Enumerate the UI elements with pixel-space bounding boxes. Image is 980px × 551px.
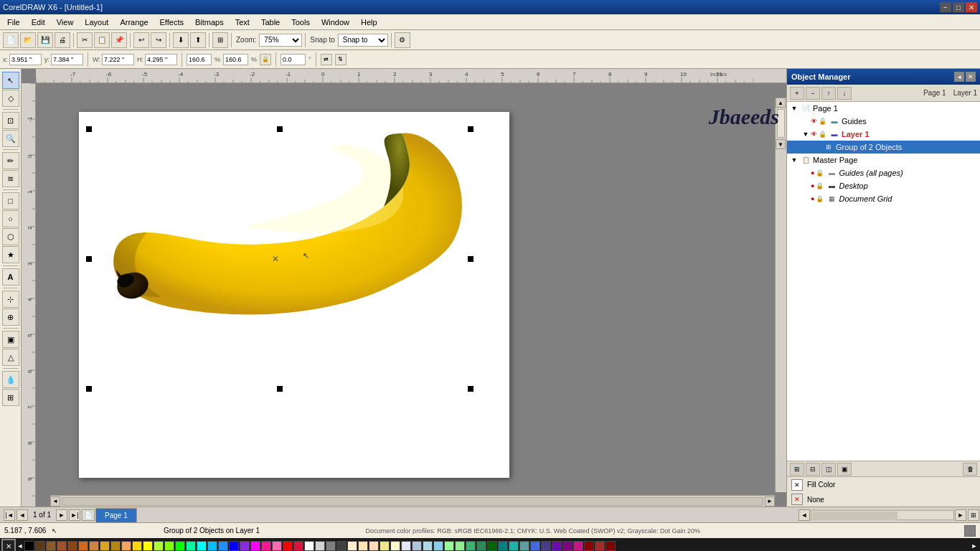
w-percent-input[interactable]	[187, 54, 212, 65]
obj-btn3[interactable]: ◫	[821, 463, 836, 476]
palette-color-swatch[interactable]	[110, 541, 121, 551]
page-first-btn[interactable]: |◄	[4, 509, 15, 521]
page-prev-btn[interactable]: ◄	[17, 509, 28, 521]
palette-color-swatch[interactable]	[584, 541, 594, 551]
menu-edit[interactable]: Edit	[26, 17, 51, 28]
palette-color-swatch[interactable]	[143, 541, 153, 551]
palette-color-swatch[interactable]	[519, 541, 529, 551]
shape-tool-btn[interactable]: ◇	[2, 90, 19, 107]
palette-color-swatch[interactable]	[390, 541, 400, 551]
redo-btn[interactable]: ↪	[151, 32, 166, 48]
obj-new-layer-btn[interactable]: +	[790, 87, 804, 100]
menu-bitmaps[interactable]: Bitmaps	[189, 17, 230, 28]
palette-color-swatch[interactable]	[250, 541, 260, 551]
page-last-btn[interactable]: ►|	[69, 509, 80, 521]
hscroll-left-btn[interactable]: ◄	[50, 496, 60, 507]
fill-tool-btn[interactable]: ▣	[2, 331, 19, 348]
palette-color-swatch[interactable]	[498, 541, 508, 551]
guides-lock-icon[interactable]: 🔒	[819, 118, 826, 125]
fill-color-swatch[interactable]: ✕	[791, 479, 803, 491]
none-swatch[interactable]: ✕	[791, 494, 803, 505]
expand-page1[interactable]: ▼	[790, 104, 798, 113]
menu-table[interactable]: Table	[255, 17, 286, 28]
new-btn[interactable]: 📄	[3, 32, 19, 48]
palette-color-swatch[interactable]	[67, 541, 77, 551]
menu-effects[interactable]: Effects	[154, 17, 189, 28]
guides-all-lock-icon[interactable]: 🔒	[816, 169, 824, 176]
zoom-select[interactable]: 75% 50% 100%	[259, 34, 302, 47]
expand-master[interactable]: ▼	[790, 156, 798, 164]
h-percent-input[interactable]	[223, 54, 248, 65]
hscroll-btn[interactable]: ◄	[798, 509, 810, 521]
tree-guides-all[interactable]: ● 🔒 ▬ Guides (all pages)	[787, 166, 980, 179]
palette-color-swatch[interactable]	[347, 541, 357, 551]
palette-color-swatch[interactable]	[573, 541, 583, 551]
palette-color-swatch[interactable]	[509, 541, 519, 551]
doc-grid-lock-icon[interactable]: 🔒	[816, 195, 824, 202]
palette-color-swatch[interactable]	[541, 541, 551, 551]
angle-input[interactable]	[281, 54, 306, 65]
vscroll-down-btn[interactable]: ▼	[776, 139, 786, 149]
palette-color-swatch[interactable]	[78, 541, 88, 551]
expand-guides-all[interactable]	[801, 169, 810, 177]
lock-ratio-btn[interactable]: 🔒	[260, 54, 271, 65]
obj-mgr-close-btn[interactable]: ✕	[966, 72, 976, 82]
palette-color-swatch[interactable]	[369, 541, 379, 551]
palette-color-swatch[interactable]	[315, 541, 325, 551]
palette-color-swatch[interactable]	[487, 541, 497, 551]
tree-layer1[interactable]: ▼ 👁 🔒 ▬ Layer 1	[787, 128, 980, 141]
w-input[interactable]	[102, 54, 134, 65]
palette-scroll-right[interactable]: ►	[970, 539, 979, 551]
menu-text[interactable]: Text	[230, 17, 255, 28]
doc-grid-eye-icon[interactable]: ●	[811, 195, 814, 202]
snap-select[interactable]: Snap to	[338, 34, 388, 47]
maximize-button[interactable]: □	[953, 2, 964, 12]
expand-group[interactable]	[813, 143, 821, 151]
interactive-btn[interactable]: ⊞	[2, 389, 19, 406]
sel-handle-tr[interactable]	[468, 126, 473, 132]
outline-tool-btn[interactable]: △	[2, 349, 19, 366]
eyedropper-btn[interactable]: 💧	[2, 371, 19, 388]
palette-color-swatch[interactable]	[336, 541, 347, 551]
sel-handle-tl[interactable]	[86, 126, 92, 132]
export-btn[interactable]: ⬆	[190, 32, 206, 48]
sel-handle-bc[interactable]	[277, 386, 283, 392]
palette-color-swatch[interactable]	[606, 541, 616, 551]
page-add-btn[interactable]: 📄	[82, 509, 95, 521]
palette-color-swatch[interactable]	[35, 541, 45, 551]
sel-handle-br[interactable]	[468, 386, 473, 392]
close-button[interactable]: ✕	[966, 2, 977, 12]
menu-view[interactable]: View	[51, 17, 80, 28]
palette-color-swatch[interactable]	[423, 541, 433, 551]
print-btn[interactable]: 🖨	[55, 32, 70, 48]
layer1-lock-icon[interactable]: 🔒	[819, 131, 826, 138]
y-input[interactable]	[51, 54, 83, 65]
tree-page1[interactable]: ▼ 📄 Page 1	[787, 102, 980, 115]
menu-file[interactable]: File	[1, 17, 26, 28]
palette-color-swatch[interactable]	[24, 541, 34, 551]
menu-help[interactable]: Help	[355, 17, 383, 28]
guides-all-eye-icon[interactable]: ●	[811, 169, 814, 176]
palette-color-swatch[interactable]	[455, 541, 465, 551]
contour-tool-btn[interactable]: ⊕	[2, 309, 19, 326]
desktop-eye-icon[interactable]: ●	[811, 182, 814, 189]
obj-move-up-btn[interactable]: ↑	[821, 87, 836, 100]
palette-color-swatch[interactable]	[466, 541, 476, 551]
palette-color-swatch[interactable]	[207, 541, 217, 551]
obj-delete-layer-btn[interactable]: 🗑	[963, 463, 977, 476]
cut-btn[interactable]: ✂	[77, 32, 93, 48]
menu-arrange[interactable]: Arrange	[114, 17, 154, 28]
copy-btn[interactable]: 📋	[94, 32, 110, 48]
blend-tool-btn[interactable]: ⊹	[2, 291, 19, 308]
text-tool-btn[interactable]: A	[2, 268, 19, 286]
palette-color-swatch[interactable]	[175, 541, 185, 551]
palette-color-swatch[interactable]	[595, 541, 605, 551]
guides-eye-icon[interactable]: 👁	[811, 118, 817, 125]
palette-color-swatch[interactable]	[562, 541, 573, 551]
palette-color-swatch[interactable]	[89, 541, 99, 551]
tree-guides[interactable]: 👁 🔒 ▬ Guides	[787, 115, 980, 128]
sel-handle-ml[interactable]	[86, 256, 92, 262]
palette-color-swatch[interactable]	[476, 541, 486, 551]
expand-desktop[interactable]	[801, 182, 810, 190]
sel-handle-bl[interactable]	[86, 386, 92, 392]
